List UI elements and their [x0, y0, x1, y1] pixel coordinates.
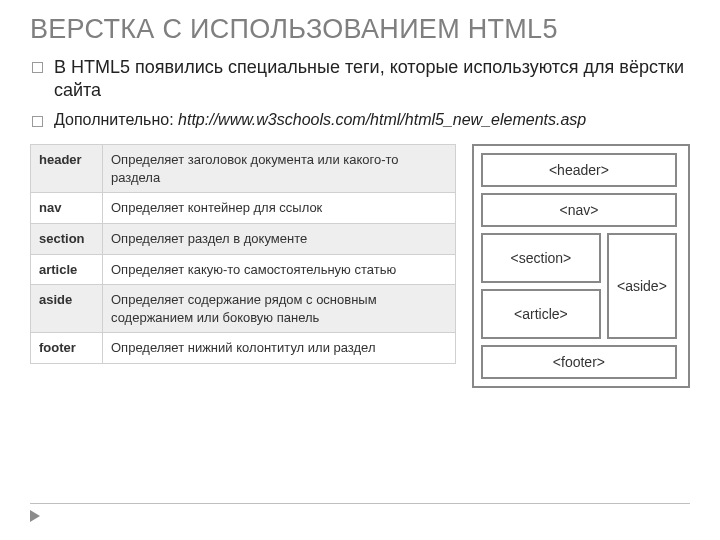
tag-name: header: [31, 145, 103, 193]
wire-nav: <nav>: [481, 193, 677, 227]
wire-footer: <footer>: [481, 345, 677, 379]
tag-name: section: [31, 224, 103, 255]
bullet-list: В HTML5 появились специальные теги, кото…: [32, 56, 690, 131]
tags-table: header Определяет заголовок документа ил…: [30, 144, 456, 363]
table-row: aside Определяет содержание рядом с осно…: [31, 285, 456, 333]
slide-footer: [30, 503, 690, 522]
tag-name: footer: [31, 333, 103, 364]
slide-title: ВЕРСТКА С ИСПОЛЬЗОВАНИЕМ HTML5: [30, 14, 690, 46]
layout-wireframe: <header> <nav> <section> <article> <asid…: [472, 144, 690, 388]
arrow-right-icon: [30, 510, 40, 522]
table-row: footer Определяет нижний колонтитул или …: [31, 333, 456, 364]
bullet-item: Дополнительно: http://www.w3schools.com/…: [32, 110, 690, 130]
tag-name: aside: [31, 285, 103, 333]
table-row: nav Определяет контейнер для ссылок: [31, 193, 456, 224]
tag-desc: Определяет содержание рядом с основным с…: [103, 285, 456, 333]
tag-name: article: [31, 254, 103, 285]
table-row: header Определяет заголовок документа ил…: [31, 145, 456, 193]
tag-desc: Определяет раздел в документе: [103, 224, 456, 255]
tag-name: nav: [31, 193, 103, 224]
table-row: section Определяет раздел в документе: [31, 224, 456, 255]
tag-desc: Определяет какую-то самостоятельную стат…: [103, 254, 456, 285]
wire-article: <article>: [481, 289, 601, 339]
wire-aside: <aside>: [607, 233, 677, 339]
tag-desc: Определяет нижний колонтитул или раздел: [103, 333, 456, 364]
tag-desc: Определяет заголовок документа или каког…: [103, 145, 456, 193]
table-row: article Определяет какую-то самостоятель…: [31, 254, 456, 285]
bullet-item: В HTML5 появились специальные теги, кото…: [32, 56, 690, 102]
bullet-prefix: Дополнительно:: [54, 111, 178, 128]
bullet-link: http://www.w3schools.com/html/html5_new_…: [178, 111, 586, 128]
wire-header: <header>: [481, 153, 677, 187]
tag-desc: Определяет контейнер для ссылок: [103, 193, 456, 224]
footer-rule: [30, 503, 690, 504]
wire-section: <section>: [481, 233, 601, 283]
